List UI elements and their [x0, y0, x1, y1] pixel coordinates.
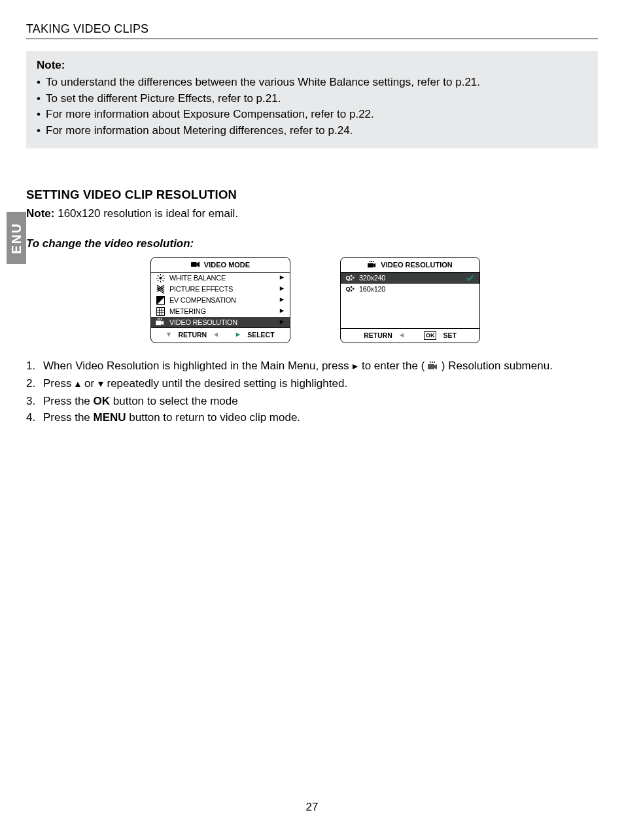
note-inline: Note: 160x120 resolution is ideal for em…: [26, 207, 598, 220]
triangle-left-icon: [213, 332, 218, 337]
camera-menu-footer: RETURN SELECT: [151, 328, 290, 341]
side-tab-label: ENU: [9, 222, 24, 254]
side-tab: ENU: [7, 212, 26, 264]
camera-menu-header: VIDEO RESOLUTION: [341, 258, 479, 273]
quality-icon: [345, 274, 355, 282]
page-number: 27: [0, 801, 624, 814]
triangle-left-icon: [399, 333, 404, 338]
step-2: Press or repeatedly until the desired se…: [26, 375, 598, 393]
resolution-item-320x240[interactable]: 320x240: [341, 273, 479, 284]
triangle-down-icon: [166, 332, 171, 337]
meter-icon: [155, 307, 165, 316]
menu-item-white-balance[interactable]: WHITE BALANCE: [151, 273, 290, 284]
note-box: Note: To understand the differences betw…: [26, 51, 598, 148]
ev-icon: [155, 296, 165, 305]
footer-select: SELECT: [247, 331, 274, 339]
camera-menu-title: VIDEO RESOLUTION: [381, 261, 452, 269]
note-item: To understand the differences between th…: [46, 75, 587, 91]
vres-icon: [368, 261, 377, 269]
section-title: TAKING VIDEO CLIPS: [26, 22, 598, 39]
video-mode-icon: [191, 261, 200, 268]
footer-set: SET: [443, 331, 456, 339]
note-label: Note:: [37, 59, 587, 72]
chevron-right-icon: [278, 318, 285, 326]
menu-item-ev-compensation[interactable]: EV COMPENSATION: [151, 295, 290, 306]
triangle-right-icon: [235, 332, 241, 337]
triangle-down-icon: [97, 376, 104, 393]
chevron-right-icon: [278, 285, 285, 293]
camera-menu-video-mode: VIDEO MODE WHITE BALANCE PICTURE EFFECTS…: [150, 257, 290, 343]
camera-menu-footer: RETURN OK SET: [341, 328, 479, 343]
triangle-right-icon: [352, 358, 358, 375]
instruction-list: When Video Resolution is highlighted in …: [26, 358, 598, 426]
step-3: Press the OK button to select the mode: [26, 393, 598, 410]
menu-item-video-resolution[interactable]: VIDEO RESOLUTION: [151, 317, 290, 328]
step-4: Press the MENU button to return to video…: [26, 409, 598, 426]
heading-resolution: SETTING VIDEO CLIP RESOLUTION: [26, 188, 598, 202]
quality-icon: [345, 285, 355, 294]
vres-icon: [428, 359, 438, 376]
footer-return: RETURN: [364, 331, 392, 339]
camera-menu-title: VIDEO MODE: [204, 261, 250, 269]
note-item: For more information about Metering diff…: [46, 123, 587, 139]
note-item: To set the different Picture Effects, re…: [46, 91, 587, 107]
fx-icon: [155, 285, 165, 294]
chevron-right-icon: [278, 274, 285, 282]
check-icon: [466, 275, 474, 282]
resolution-item-160x120[interactable]: 160x120: [341, 284, 479, 295]
chevron-right-icon: [278, 296, 285, 304]
subhead: To change the video resolution:: [26, 237, 598, 250]
ok-badge: OK: [424, 331, 437, 340]
camera-menu-header: VIDEO MODE: [151, 258, 290, 273]
menu-item-picture-effects[interactable]: PICTURE EFFECTS: [151, 284, 290, 295]
triangle-up-icon: [75, 376, 81, 393]
step-1: When Video Resolution is highlighted in …: [26, 358, 598, 376]
chevron-right-icon: [278, 307, 285, 315]
footer-return: RETURN: [178, 331, 207, 339]
wb-icon: [155, 274, 165, 282]
menu-item-metering[interactable]: METERING: [151, 306, 290, 317]
note-item: For more information about Exposure Comp…: [46, 107, 587, 123]
vres-icon: [155, 318, 165, 326]
camera-menu-video-resolution: VIDEO RESOLUTION 320x240 160x120 RETU: [340, 257, 480, 343]
